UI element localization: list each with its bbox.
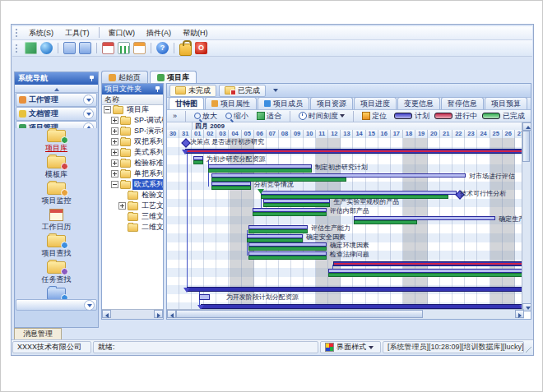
sidebar-item-3[interactable]: 工作日历	[16, 209, 97, 233]
lock-icon[interactable]	[179, 44, 192, 56]
filter-tab-已完成[interactable]: 已完成	[219, 85, 266, 97]
gantt-tab-项目属性[interactable]: 项目属性	[205, 97, 257, 109]
expand-icon[interactable]	[111, 149, 118, 156]
filter-tab-未完成[interactable]: 未完成	[169, 85, 216, 97]
progress-bar[interactable]	[354, 220, 418, 224]
progress-bar[interactable]	[211, 186, 251, 190]
template-folder-icon[interactable]	[79, 42, 91, 54]
globe-icon[interactable]	[40, 42, 53, 54]
sidebar-group-1[interactable]: 文档管理	[16, 107, 97, 121]
hscroll-thumb[interactable]	[176, 310, 423, 318]
menu-item-3[interactable]: 插件(A)	[141, 27, 177, 39]
sidebar-item-1[interactable]: 模板库	[16, 156, 97, 181]
tree-hscrollbar[interactable]	[102, 309, 163, 319]
toolbar-overflow-button[interactable]: »	[169, 111, 180, 122]
progress-bar[interactable]	[248, 256, 327, 260]
tree-item-1[interactable]: SP-调试机系	[102, 115, 163, 126]
navigation-panel-icon[interactable]	[25, 42, 37, 54]
sidebar-item-5[interactable]: 任务查找	[16, 261, 97, 286]
zoom-in-button[interactable]: 放大	[191, 111, 220, 122]
resize-grip[interactable]	[525, 340, 533, 354]
sidebar-item-2[interactable]: 项目监控	[16, 182, 97, 207]
scroll-right-button[interactable]	[515, 310, 524, 318]
tree-item-7[interactable]: 欧式系列	[102, 179, 163, 190]
summary-bar[interactable]	[187, 287, 524, 292]
progress-bar[interactable]	[248, 229, 308, 233]
scroll-left-button[interactable]	[167, 310, 176, 318]
summary-bar[interactable]	[333, 261, 524, 266]
chart-icon[interactable]	[118, 42, 130, 54]
tab-项目库[interactable]: 项目库	[150, 71, 197, 83]
help-icon[interactable]	[156, 42, 169, 54]
tree-item-4[interactable]: 美式系列	[102, 147, 163, 158]
progress-bar[interactable]	[208, 168, 312, 173]
time-scale-dropdown[interactable]: 时间刻度	[295, 111, 348, 122]
plan-bar[interactable]	[199, 294, 210, 300]
gantt-vscrollbar[interactable]	[522, 122, 531, 311]
collapse-icon[interactable]	[104, 106, 111, 113]
tab-起始页[interactable]: 起始页	[101, 71, 148, 83]
gantt-tab-项目成员[interactable]: 项目成员	[258, 97, 309, 109]
progress-bar[interactable]	[248, 247, 327, 251]
project-folder-icon[interactable]	[63, 42, 76, 54]
progress-bar[interactable]	[193, 160, 203, 164]
gantt-tab-项目预算[interactable]: 项目预算	[485, 97, 527, 109]
zoom-out-button[interactable]: 缩小	[222, 111, 252, 122]
scroll-left-button[interactable]	[102, 310, 111, 318]
sidebar-collapsed-group[interactable]	[16, 299, 97, 311]
expand-icon[interactable]	[111, 138, 118, 145]
menu-item-4[interactable]: 帮助(H)	[177, 27, 214, 39]
tree-item-3[interactable]: 双把系列	[102, 136, 163, 147]
expand-icon[interactable]	[118, 202, 126, 210]
summary-bar[interactable]	[185, 149, 524, 154]
progress-bar[interactable]	[253, 212, 327, 216]
pin-icon[interactable]	[89, 76, 95, 81]
tree-item-2[interactable]: SP-演示机系	[102, 126, 163, 136]
expand-icon[interactable]	[111, 117, 118, 124]
sidebar-group-0[interactable]: 工作管理	[16, 93, 97, 107]
tree-item-label: SP-演示机系	[132, 126, 163, 136]
tree-item-11[interactable]: 二维文件	[102, 222, 163, 233]
exit-icon[interactable]	[195, 42, 207, 54]
expand-icon[interactable]	[111, 159, 118, 167]
pin-icon[interactable]	[155, 86, 160, 92]
menu-item-1[interactable]: 工具(T)	[59, 27, 95, 39]
tree-item-8[interactable]: 检验文件	[102, 190, 163, 201]
message-management-tab[interactable]: 消息管理	[14, 328, 62, 339]
report-icon[interactable]	[102, 42, 114, 54]
sidebar-item-4[interactable]: 项目查找	[16, 235, 97, 260]
summary-start-cap	[183, 288, 190, 293]
tree-item-10[interactable]: 三维文件	[102, 211, 163, 222]
gantt-tab-甘特图[interactable]: 甘特图	[169, 97, 204, 109]
progress-bar[interactable]	[247, 238, 303, 242]
scroll-right-button[interactable]	[154, 310, 163, 318]
interface-style-button[interactable]: 界面样式	[320, 341, 381, 353]
more-filters-icon[interactable]	[273, 89, 278, 92]
locate-button[interactable]: 定位	[359, 111, 390, 122]
tree-item-0[interactable]: 项目库	[102, 104, 163, 115]
menu-item-2[interactable]: 窗口(W)	[103, 27, 142, 39]
sidebar-item-0[interactable]: 项目库	[16, 130, 97, 154]
gantt-tab-项目资源[interactable]: 项目资源	[310, 97, 353, 109]
collapse-icon[interactable]	[111, 181, 118, 188]
expand-icon[interactable]	[111, 127, 118, 135]
progress-bar[interactable]	[263, 203, 330, 207]
gantt-tab-变更信息[interactable]: 变更信息	[397, 97, 440, 109]
tree-item-5[interactable]: 检验标准	[102, 158, 163, 168]
scroll-up-button[interactable]	[522, 122, 531, 131]
menu-item-0[interactable]: 系统(S)	[23, 27, 59, 39]
day-header-23: 23	[465, 130, 477, 138]
gantt-legend: 计划进行中已完成	[394, 111, 528, 122]
day-header-25: 25	[490, 130, 503, 138]
sidebar-scroll-up[interactable]	[15, 85, 98, 93]
expand-icon[interactable]	[111, 170, 118, 178]
tree-item-6[interactable]: 单把系列	[102, 168, 163, 179]
fit-button[interactable]: 适合	[253, 111, 285, 122]
vscroll-thumb[interactable]	[522, 131, 530, 162]
gantt-tab-项目进度[interactable]: 项目进度	[354, 97, 397, 109]
progress-bar[interactable]	[328, 273, 524, 277]
calendar-icon[interactable]	[133, 42, 146, 54]
gantt-tab-暂停信息[interactable]: 暂停信息	[441, 97, 484, 109]
gantt-hscrollbar[interactable]	[167, 309, 524, 319]
tree-item-9[interactable]: 工艺文件	[102, 201, 163, 211]
